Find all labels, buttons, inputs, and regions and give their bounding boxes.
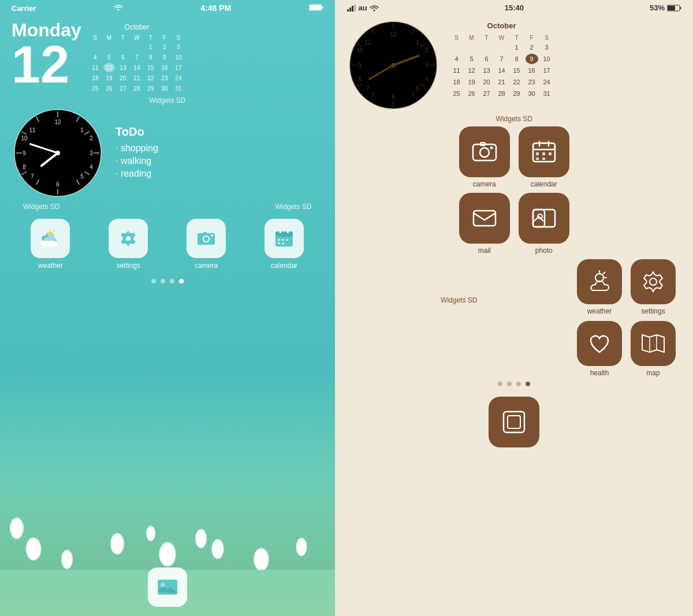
weather-icon-box[interactable] xyxy=(31,219,70,258)
svg-rect-113 xyxy=(504,412,524,432)
dock-left xyxy=(148,568,187,607)
settings-icon-box-right[interactable] xyxy=(631,259,676,304)
dot-r-2 xyxy=(507,382,512,386)
svg-text:12: 12 xyxy=(54,119,61,125)
photo-icon-box[interactable] xyxy=(519,193,569,244)
time-right: 15:40 xyxy=(505,3,524,12)
dot-3 xyxy=(170,279,174,283)
svg-rect-50 xyxy=(282,242,284,244)
svg-rect-100 xyxy=(536,158,539,160)
calendar-label-left: calendar xyxy=(271,262,297,270)
health-icon-box[interactable] xyxy=(577,321,622,366)
top-icons-right: camera calendar xyxy=(336,126,693,188)
svg-text:5: 5 xyxy=(416,85,419,92)
svg-point-0 xyxy=(117,9,119,10)
dot-r-1 xyxy=(498,382,502,386)
app-icon-health-right[interactable]: health xyxy=(577,321,622,377)
app-icon-calendar-left[interactable]: calendar xyxy=(264,219,304,270)
calendar-icon-box-right[interactable] xyxy=(519,126,569,177)
svg-point-31 xyxy=(55,151,60,155)
page-dots-right xyxy=(336,377,693,391)
svg-rect-47 xyxy=(282,239,284,241)
camera-icon-box-right[interactable] xyxy=(459,126,510,177)
svg-point-39 xyxy=(204,237,208,241)
svg-rect-3 xyxy=(310,5,321,10)
svg-text:11: 11 xyxy=(364,39,371,46)
mini-calendar-left: October SMTWTFS 123 45678910 11121314151… xyxy=(87,21,187,94)
svg-point-92 xyxy=(490,147,493,150)
date-calendar-widget: Monday 12 October SMTWTFS 123 45678910 1… xyxy=(0,14,335,94)
todo-title: ToDo xyxy=(116,125,158,139)
dot-1 xyxy=(151,279,156,283)
svg-text:5: 5 xyxy=(80,173,84,180)
svg-point-57 xyxy=(373,9,375,11)
phone-right: au 15:40 53% xyxy=(336,0,693,616)
app-icon-weather-right[interactable]: weather xyxy=(577,259,622,315)
cal-month-left: October xyxy=(87,23,187,31)
app-icon-map-right[interactable]: map xyxy=(631,321,676,377)
status-bar-left: Carrier 4:48 PM xyxy=(0,0,335,14)
photo-label-right: photo xyxy=(535,247,553,255)
app-icon-calendar-right[interactable]: calendar xyxy=(519,126,569,188)
settings-label-right: settings xyxy=(641,307,665,315)
svg-text:10: 10 xyxy=(21,135,28,141)
todo-item-1: · shopping xyxy=(116,143,158,154)
svg-point-52 xyxy=(161,583,165,587)
svg-text:2: 2 xyxy=(425,47,429,54)
svg-rect-44 xyxy=(280,230,281,233)
weather-icon-box-right[interactable] xyxy=(577,259,622,304)
dock-photo-left[interactable] xyxy=(148,568,187,607)
app-icon-mail-right[interactable]: mail xyxy=(459,193,510,255)
battery-left xyxy=(309,4,323,13)
app-icon-settings-right[interactable]: settings xyxy=(631,259,676,315)
svg-rect-40 xyxy=(203,232,207,234)
widgets-sd-row: Widgets SD Widgets SD xyxy=(0,199,335,214)
svg-rect-48 xyxy=(286,239,288,241)
svg-rect-46 xyxy=(278,239,280,241)
svg-text:4: 4 xyxy=(425,76,429,83)
widgets-sd-3: Widgets SD xyxy=(275,203,311,211)
app-icon-camera-left[interactable]: camera xyxy=(187,219,226,270)
calendar-label-right: calendar xyxy=(531,180,557,188)
svg-text:9: 9 xyxy=(358,62,362,69)
map-icon-box[interactable] xyxy=(631,321,676,366)
analog-clock-right: 12 6 9 3 1 2 4 5 11 10 8 7 xyxy=(347,19,439,111)
status-bar-right: au 15:40 53% xyxy=(336,0,693,13)
mail-icon-box[interactable] xyxy=(459,193,510,244)
svg-text:11: 11 xyxy=(29,127,36,133)
svg-text:3: 3 xyxy=(425,62,429,69)
dock-icon-right[interactable] xyxy=(489,397,539,447)
svg-point-36 xyxy=(126,236,131,241)
svg-line-34 xyxy=(54,231,55,232)
settings-icon-box[interactable] xyxy=(109,219,148,258)
svg-text:6: 6 xyxy=(56,181,59,188)
top-widget-right: 12 6 9 3 1 2 4 5 11 10 8 7 October SMTWT… xyxy=(336,13,693,111)
app-icon-settings-left[interactable]: settings xyxy=(109,219,148,270)
svg-rect-89 xyxy=(473,144,496,160)
widgets-sd-left-area: Widgets SD xyxy=(347,259,571,307)
app-icon-photo-right[interactable]: photo xyxy=(519,193,569,255)
date-number: 12 xyxy=(12,42,81,88)
camera-label-right: camera xyxy=(473,180,496,188)
app-icon-camera-right[interactable]: camera xyxy=(459,126,510,188)
camera-icon-box-left[interactable] xyxy=(187,219,226,258)
clock-todo-row: 12 6 9 3 1 2 4 5 11 10 8 7 ToDo · shoppi… xyxy=(0,107,335,199)
calendar-icon-box-left[interactable] xyxy=(264,219,304,258)
svg-rect-49 xyxy=(278,242,280,244)
mail-label-right: mail xyxy=(478,247,491,255)
svg-text:9: 9 xyxy=(23,150,26,156)
svg-line-108 xyxy=(603,272,605,274)
todo-item-3: · reading xyxy=(116,169,158,179)
svg-text:10: 10 xyxy=(356,47,363,54)
dot-r-3 xyxy=(516,382,521,386)
dot-2 xyxy=(161,279,165,283)
svg-text:3: 3 xyxy=(90,150,93,156)
time-left: 4:48 PM xyxy=(200,3,231,13)
dot-4-active xyxy=(179,279,184,283)
svg-point-90 xyxy=(480,148,489,157)
app-icon-weather-left[interactable]: weather xyxy=(31,219,70,270)
camera-label-left: camera xyxy=(195,262,218,270)
svg-rect-53 xyxy=(347,9,349,12)
bottom-section-right: Widgets SD weather xyxy=(336,255,693,377)
wifi-icon xyxy=(114,4,123,13)
